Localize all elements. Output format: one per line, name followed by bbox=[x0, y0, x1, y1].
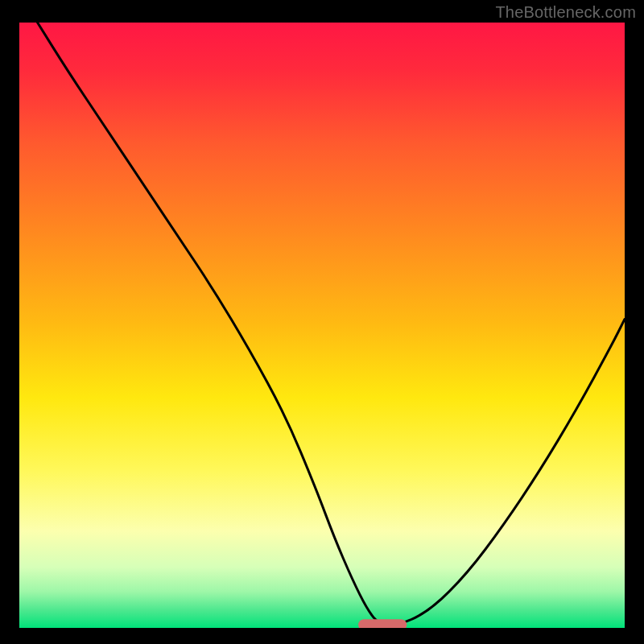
chart-plot bbox=[19, 23, 625, 628]
chart-background bbox=[19, 23, 625, 628]
chart-svg bbox=[19, 23, 625, 628]
watermark-text: TheBottleneck.com bbox=[495, 3, 636, 22]
stage: TheBottleneck.com bbox=[0, 0, 644, 644]
optimal-marker bbox=[358, 619, 407, 628]
